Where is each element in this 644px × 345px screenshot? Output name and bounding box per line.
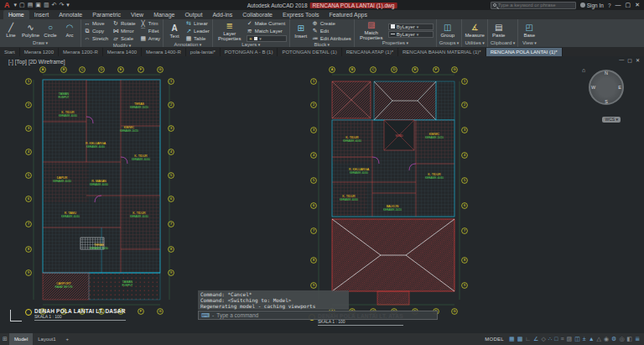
lineweight-toggle[interactable]: ≡ — [560, 334, 564, 344]
file-tab-menara-1200-r[interactable]: Menara 1200-R — [59, 48, 103, 56]
ribbon-tab-home[interactable]: Home — [3, 10, 29, 19]
polar-tracking-toggle[interactable]: ∠ — [533, 334, 538, 344]
minimize-window-button[interactable]: — — [615, 1, 621, 9]
layout-tab-layout1[interactable]: Layout1 — [33, 333, 60, 345]
floor-plan-lt-dasar[interactable]: AABBCCDDEEFFGG112233445566778899TAMANRUM… — [22, 63, 177, 316]
layer-properties-button[interactable]: ≣Layer Properties — [216, 22, 244, 41]
group-button[interactable]: ◫Group — [439, 24, 456, 38]
ribbon-tab-parametric[interactable]: Parametric — [87, 10, 126, 19]
array-button[interactable]: ▦Array — [140, 35, 160, 42]
file-tab-potongan-a-b-1[interactable]: POTONGAN A - B (1) — [221, 48, 278, 56]
edit-block-button[interactable]: ✎Edit — [312, 28, 351, 34]
mirror-button[interactable]: ⋈Mirror — [112, 28, 136, 34]
help-icon[interactable]: ? — [608, 3, 611, 8]
search-input[interactable] — [498, 3, 570, 8]
file-tab-potongan-detail-1[interactable]: POTONGAN DETAIL (1) — [278, 48, 341, 56]
close-document-button[interactable]: ✕ — [636, 57, 640, 63]
viewcube-home-icon[interactable]: ⌂ — [582, 67, 585, 73]
app-menu-icon[interactable]: ▾ — [14, 1, 18, 9]
drawing-area[interactable]: [-][Top][2D Wireframe] —▢✕ — [0, 56, 644, 333]
viewcube-south[interactable]: S — [605, 99, 608, 104]
linear-dimension-button[interactable]: ⇆Linear — [185, 20, 210, 27]
move-button[interactable]: ↔Move — [84, 20, 108, 27]
fillet-button[interactable]: ⌒Fillet — [140, 28, 160, 34]
redo-icon[interactable]: ↷ — [59, 1, 64, 9]
arc-button[interactable]: ◠Arc — [61, 24, 78, 38]
file-tab-start[interactable]: Start — [0, 48, 20, 56]
edit-attributes-button[interactable]: ≔Edit Attributes — [312, 35, 351, 42]
close-window-button[interactable]: ✕ — [635, 1, 640, 9]
ribbon-tab-output[interactable]: Output — [179, 10, 207, 19]
polyline-button[interactable]: ∿Polyline — [22, 24, 39, 38]
ortho-mode-toggle[interactable]: ∟ — [525, 334, 531, 344]
leader-button[interactable]: ↗Leader — [185, 28, 210, 34]
scale-button[interactable]: ▱Scale — [112, 35, 136, 42]
text-button[interactable]: AText — [166, 24, 183, 39]
file-tab-menara-1400[interactable]: Menara 1400 — [103, 48, 142, 56]
ribbon-tab-manage[interactable]: Manage — [148, 10, 179, 19]
viewcube-west[interactable]: W — [591, 85, 595, 90]
ribbon-tab-express-tools[interactable]: Express Tools — [278, 10, 324, 19]
base-view-button[interactable]: ◰Base — [521, 24, 538, 38]
match-layer-button[interactable]: ≋Match Layer — [247, 28, 287, 34]
viewcube[interactable]: ⌂ N S E W — [589, 70, 624, 105]
object-color-dropdown[interactable]: ByLayer — [388, 24, 434, 30]
ribbon-tab-insert[interactable]: Insert — [29, 10, 55, 19]
minimize-document-button[interactable]: — — [619, 57, 624, 63]
layout-tab-model[interactable]: Model — [9, 333, 33, 345]
wcs-dropdown[interactable]: WCS ▾ — [602, 117, 621, 123]
properties-panel-label[interactable]: Properties — [357, 40, 434, 47]
file-tab-menara-1400-r[interactable]: Menara 1400-R — [142, 48, 186, 56]
create-block-button[interactable]: ⊕Create — [312, 20, 351, 27]
floor-plan-lt-atas[interactable]: AABBCCDDEEFFGG112233445566778899K. TIDUR… — [307, 63, 475, 316]
rotate-button[interactable]: ↻Rotate — [112, 20, 136, 27]
command-input[interactable]: ⌨ - Type a command — [198, 311, 438, 320]
groups-panel-label[interactable]: Groups — [439, 40, 460, 47]
draw-panel-label[interactable]: Draw — [3, 40, 78, 47]
file-tab-menara-1200[interactable]: Menara 1200 — [20, 48, 59, 56]
maximize-window-button[interactable]: ▢ — [626, 1, 631, 9]
layer-select-dropdown[interactable]: ☀ — [247, 35, 287, 42]
file-tab-rencana-pola-lantai-1[interactable]: RENCANA POLA LANTAI (1)* — [486, 48, 563, 56]
model-space-label[interactable]: MODEL — [485, 337, 504, 342]
customization-toggle[interactable]: ≣ — [635, 334, 640, 344]
annotation-monitor-toggle[interactable]: ◉ — [604, 334, 609, 344]
clipboard-panel-label[interactable]: Clipboard — [491, 40, 516, 47]
object-snap-tracking-toggle[interactable]: ∴ — [548, 334, 552, 344]
viewcube-north[interactable]: N — [605, 71, 608, 76]
layers-panel-label[interactable]: Layers — [216, 42, 287, 48]
viewcube-east[interactable]: E — [618, 85, 621, 90]
snap-mode-toggle[interactable]: ▩ — [517, 334, 523, 344]
isometric-drafting-toggle[interactable]: ◇ — [541, 334, 545, 344]
ribbon-tab-annotate[interactable]: Annotate — [54, 10, 87, 19]
undo-icon[interactable]: ↶ — [52, 1, 57, 9]
measure-button[interactable]: ∡Measure — [465, 24, 484, 38]
make-current-button[interactable]: ✓Make Current — [247, 20, 287, 27]
insert-block-button[interactable]: ⊞Insert — [293, 24, 309, 39]
object-snap-toggle[interactable]: □ — [554, 334, 558, 344]
ribbon-tab-collaborate[interactable]: Collaborate — [237, 10, 278, 19]
dynamic-input-toggle[interactable]: ± — [583, 334, 586, 344]
match-properties-button[interactable]: ▨Match Properties — [357, 21, 386, 40]
file-tab-pola-lantai[interactable]: pola-lantai* — [186, 48, 221, 56]
ribbon-tab-add-ins[interactable]: Add-ins — [207, 10, 237, 19]
table-button[interactable]: ▦Table — [185, 35, 210, 42]
annotation-autoscale-toggle[interactable]: △ — [597, 334, 601, 344]
autocad-logo-icon[interactable]: A — [3, 1, 12, 9]
line-button[interactable]: ╱Line — [3, 24, 19, 38]
qat-dropdown-icon[interactable]: ▾ — [66, 1, 70, 9]
grid-display-toggle[interactable]: ▦ — [509, 334, 515, 344]
file-tab-rencana-atap-1[interactable]: RENCANA ATAP (1)* — [342, 48, 398, 56]
annotation-panel-label[interactable]: Annotation — [166, 42, 210, 48]
annotation-visibility-toggle[interactable]: ▲ — [589, 334, 595, 344]
isolate-objects-toggle[interactable]: ◎ — [619, 334, 624, 344]
paste-button[interactable]: ▤Paste — [491, 24, 507, 38]
sign-in-button[interactable]: Sign In — [580, 3, 604, 8]
circle-button[interactable]: ○Circle — [42, 24, 59, 38]
workspace-switching-toggle[interactable]: ⚙ — [611, 334, 616, 344]
file-tab-rencana-bahan-material-1[interactable]: RENCANA BAHAN MATERIAL (1)* — [398, 48, 486, 56]
graphics-performance-toggle[interactable]: ◧ — [627, 334, 633, 344]
ribbon-tab-featured-apps[interactable]: Featured Apps — [324, 10, 372, 19]
viewport-control-0[interactable]: [-] — [8, 59, 13, 65]
copy-button[interactable]: ⧉Copy — [84, 28, 108, 34]
